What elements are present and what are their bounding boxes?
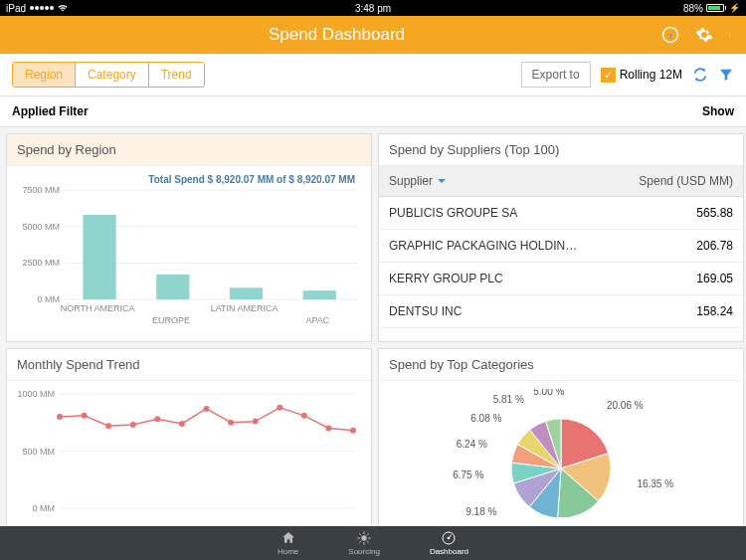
show-filters-link[interactable]: Show	[702, 104, 734, 118]
svg-point-37	[301, 413, 307, 419]
svg-text:5000 MM: 5000 MM	[22, 222, 60, 232]
status-bar: iPad 3:48 pm 88% ⚡	[0, 0, 746, 16]
nav-sourcing[interactable]: Sourcing	[348, 530, 380, 556]
table-row[interactable]: DENTSU INC158.24	[379, 295, 743, 328]
svg-point-72	[448, 537, 451, 540]
panel-title: Monthly Spend Trend	[7, 349, 371, 381]
total-spend-label: Total Spend $ 8,920.07 MM of $ 8,920.07 …	[15, 174, 363, 185]
region-bar-chart: 0 MM2500 MM5000 MM7500 MMNORTH AMERICAEU…	[15, 185, 363, 329]
charging-icon: ⚡	[729, 3, 740, 13]
spend-by-region-panel: Spend by Region Total Spend $ 8,920.07 M…	[6, 133, 372, 342]
applied-filter-label: Applied Filter	[12, 104, 89, 118]
svg-point-4	[729, 36, 730, 37]
table-row[interactable]: KERRY GROUP PLC169.05	[379, 263, 743, 295]
gear-icon[interactable]	[695, 26, 713, 44]
svg-point-62	[361, 535, 366, 540]
supplier-value: 206.78	[614, 230, 743, 262]
svg-text:APAC: APAC	[306, 315, 330, 325]
svg-text:6.08 %: 6.08 %	[470, 413, 501, 424]
svg-point-35	[253, 419, 259, 425]
panel-title: Spend by Top Categories	[379, 349, 743, 381]
wifi-icon	[58, 4, 68, 12]
svg-line-70	[367, 533, 369, 535]
segment-trend[interactable]: Trend	[149, 63, 204, 87]
categories-pie-chart: 20.06 %16.35 %14.68 %9.86 %9.18 %6.75 %6…	[387, 389, 735, 548]
battery-percent: 88%	[683, 3, 703, 14]
supplier-name: PUBLICIS GROUPE SA	[379, 197, 614, 229]
device-label: iPad	[6, 3, 26, 14]
segment-region[interactable]: Region	[13, 63, 76, 87]
svg-text:1000 MM: 1000 MM	[17, 389, 55, 399]
spend-by-suppliers-panel: Spend by Suppliers (Top 100) Supplier Sp…	[378, 133, 744, 342]
svg-text:LATIN AMERICA: LATIN AMERICA	[211, 303, 279, 313]
table-row[interactable]: PUBLICIS GROUPE SA565.88	[379, 197, 743, 230]
export-button[interactable]: Export to	[521, 62, 591, 88]
svg-text:0 MM: 0 MM	[33, 503, 56, 513]
rolling-label: Rolling 12M	[620, 68, 682, 82]
svg-text:500 MM: 500 MM	[22, 447, 55, 457]
clock: 3:48 pm	[251, 3, 495, 14]
table-row[interactable]: GRAPHIC PACKAGING HOLDIN…206.78	[379, 230, 743, 263]
svg-rect-19	[303, 290, 336, 299]
svg-text:16.35 %: 16.35 %	[637, 478, 673, 489]
spend-column-header[interactable]: Spend (USD MM)	[614, 166, 743, 196]
svg-line-69	[359, 541, 361, 543]
trend-line-chart: 0 MM500 MM1000 MMSep-14Oct-14Nov-14Dec-1…	[15, 389, 363, 548]
svg-point-31	[154, 416, 160, 422]
svg-text:9.18 %: 9.18 %	[466, 506, 496, 517]
nav-home[interactable]: Home	[278, 530, 298, 556]
view-segmented-control: Region Category Trend	[12, 62, 205, 88]
svg-point-32	[179, 421, 185, 427]
svg-point-34	[228, 420, 234, 426]
svg-line-68	[367, 541, 369, 543]
supplier-table-header: Supplier Spend (USD MM)	[379, 166, 743, 197]
svg-point-30	[130, 422, 136, 428]
svg-text:5.81 %: 5.81 %	[493, 394, 524, 405]
checkbox-icon: ✓	[601, 68, 616, 83]
app-header: Spend Dashboard ?	[0, 16, 746, 54]
segment-category[interactable]: Category	[76, 63, 149, 87]
svg-text:0 MM: 0 MM	[38, 294, 61, 304]
svg-text:20.06 %: 20.06 %	[607, 400, 644, 411]
svg-text:6.75 %: 6.75 %	[453, 469, 483, 480]
svg-text:NORTH AMERICA: NORTH AMERICA	[61, 303, 135, 313]
svg-text:?: ?	[668, 33, 672, 40]
rolling-12m-toggle[interactable]: ✓ Rolling 12M	[601, 68, 682, 83]
supplier-column-header[interactable]: Supplier	[379, 166, 614, 196]
supplier-name: DENTSU INC	[379, 295, 614, 327]
help-icon[interactable]: ?	[661, 26, 679, 44]
svg-text:2500 MM: 2500 MM	[22, 258, 60, 268]
svg-point-3	[729, 35, 730, 36]
svg-point-2	[729, 33, 730, 34]
svg-text:EUROPE: EUROPE	[152, 315, 190, 325]
nav-dashboard[interactable]: Dashboard	[430, 530, 468, 556]
sort-dropdown-icon	[437, 176, 447, 186]
svg-point-39	[350, 428, 356, 434]
svg-text:6.24 %: 6.24 %	[457, 439, 487, 450]
panel-title: Spend by Suppliers (Top 100)	[379, 134, 743, 166]
svg-line-67	[359, 533, 361, 535]
supplier-value: 158.24	[614, 295, 743, 327]
filter-icon[interactable]	[718, 67, 734, 83]
svg-rect-15	[156, 275, 189, 299]
supplier-name: KERRY GROUP PLC	[379, 263, 614, 294]
svg-point-33	[204, 406, 210, 412]
refresh-icon[interactable]	[692, 67, 708, 83]
bottom-nav: Home Sourcing Dashboard	[0, 526, 746, 560]
signal-icon	[30, 6, 54, 10]
battery-icon	[706, 4, 726, 12]
panel-title: Spend by Region	[7, 134, 371, 166]
more-icon[interactable]	[729, 26, 734, 44]
supplier-value: 565.88	[614, 197, 743, 229]
page-title: Spend Dashboard	[12, 25, 661, 45]
sourcing-icon	[356, 530, 372, 546]
svg-point-28	[82, 413, 88, 419]
svg-point-36	[277, 405, 282, 411]
svg-point-38	[325, 426, 331, 432]
supplier-value: 169.05	[614, 263, 743, 294]
supplier-name: GRAPHIC PACKAGING HOLDIN…	[379, 230, 614, 262]
svg-point-29	[105, 423, 111, 429]
svg-text:5.00 %: 5.00 %	[533, 389, 564, 397]
toolbar: Region Category Trend Export to ✓ Rollin…	[0, 54, 746, 96]
svg-text:7500 MM: 7500 MM	[22, 185, 60, 195]
